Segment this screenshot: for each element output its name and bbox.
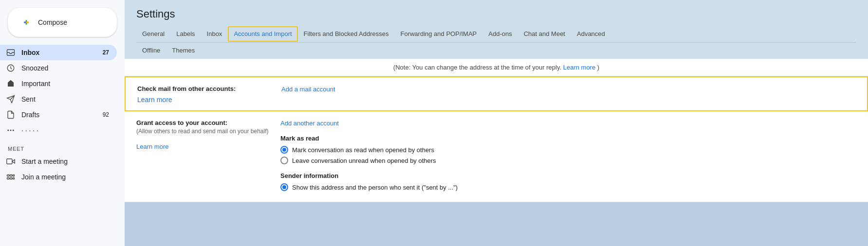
- snoozed-icon: [6, 63, 16, 73]
- svg-rect-10: [7, 159, 12, 164]
- check-mail-label: Check mail from other accounts:: [137, 85, 236, 92]
- compose-button[interactable]: Compose: [8, 8, 117, 37]
- compose-plus-icon: [19, 16, 33, 29]
- settings-tabs-row1: General Labels Inbox Accounts and Import…: [136, 26, 856, 43]
- tab-labels[interactable]: Labels: [170, 26, 201, 43]
- mark-as-read-title: Mark as read: [280, 135, 856, 142]
- note-row: (Note: You can change the address at the…: [125, 59, 868, 76]
- svg-rect-11: [7, 175, 10, 176]
- tab-forwarding[interactable]: Forwarding and POP/IMAP: [394, 26, 482, 43]
- sidebar-item-inbox-label: Inbox: [21, 49, 97, 56]
- sidebar-item-more-label: · · · · ·: [21, 126, 109, 134]
- settings-title: Settings: [136, 8, 856, 20]
- note-end: ): [597, 64, 599, 71]
- sidebar-item-important[interactable]: Important: [0, 76, 117, 91]
- sidebar-item-drafts-count: 92: [103, 111, 109, 118]
- sidebar-item-inbox[interactable]: Inbox 27: [0, 45, 117, 60]
- sidebar-item-drafts-label: Drafts: [21, 111, 97, 119]
- note-learn-more-link[interactable]: Learn more: [563, 64, 595, 71]
- tab-chat[interactable]: Chat and Meet: [518, 26, 571, 43]
- radio-leave-unread-option[interactable]: Leave conversation unread when opened by…: [280, 157, 856, 164]
- svg-point-7: [10, 130, 12, 131]
- svg-rect-12: [7, 178, 10, 179]
- check-mail-learn-link[interactable]: Learn more: [137, 96, 172, 104]
- note-text: (Note: You can change the address at the…: [393, 64, 561, 71]
- sidebar-item-join-meeting[interactable]: Join a meeting: [0, 169, 117, 185]
- check-mail-inner: Check mail from other accounts: Add a ma…: [126, 77, 867, 95]
- tab-inbox[interactable]: Inbox: [201, 26, 228, 43]
- svg-point-6: [7, 130, 9, 131]
- add-mail-account-link[interactable]: Add a mail account: [281, 86, 335, 93]
- grant-access-learn-link[interactable]: Learn more: [136, 143, 168, 150]
- sidebar-item-start-meeting[interactable]: Start a meeting: [0, 154, 117, 169]
- tab-addons[interactable]: Add-ons: [482, 26, 517, 43]
- sidebar-item-sent[interactable]: Sent: [0, 91, 117, 107]
- add-another-account-link[interactable]: Add another account: [280, 120, 339, 127]
- radio-sender-show-label: Show this address and the person who sen…: [292, 184, 458, 191]
- drafts-icon: [6, 110, 16, 120]
- sidebar-item-start-meeting-label: Start a meeting: [21, 158, 109, 165]
- sidebar-item-more[interactable]: · · · · ·: [0, 123, 117, 138]
- radio-mark-read-circle[interactable]: [280, 146, 288, 154]
- svg-rect-15: [13, 175, 15, 176]
- sent-icon: [6, 94, 16, 104]
- start-meeting-icon: [6, 157, 16, 166]
- svg-rect-13: [10, 175, 13, 176]
- grant-access-row: Grant access to your account: (Allow oth…: [125, 111, 868, 202]
- radio-sender-show-option[interactable]: Show this address and the person who sen…: [280, 183, 856, 191]
- radio-sender-show-circle[interactable]: [280, 183, 288, 191]
- meet-section-label: Meet: [0, 142, 125, 154]
- main-content: Settings General Labels Inbox Accounts a…: [125, 0, 868, 246]
- grant-access-sub: (Allow others to read and send mail on y…: [136, 127, 273, 136]
- sidebar-item-snoozed-label: Snoozed: [21, 64, 109, 72]
- radio-leave-unread-label: Leave conversation unread when opened by…: [292, 157, 436, 164]
- sidebar-item-important-label: Important: [21, 80, 109, 88]
- sender-info-title: Sender information: [280, 172, 856, 179]
- more-icon: [6, 125, 16, 135]
- settings-header: Settings General Labels Inbox Accounts a…: [125, 0, 868, 59]
- compose-label: Compose: [38, 18, 67, 26]
- radio-leave-unread-circle[interactable]: [280, 157, 288, 164]
- check-mail-label-col: Check mail from other accounts:: [137, 85, 274, 92]
- inbox-icon: [6, 48, 16, 57]
- svg-marker-9: [12, 159, 15, 163]
- tab-accounts[interactable]: Accounts and Import: [228, 26, 297, 42]
- sidebar-item-sent-label: Sent: [21, 95, 109, 103]
- svg-rect-16: [13, 178, 15, 179]
- sidebar-item-drafts[interactable]: Drafts 92: [0, 107, 117, 123]
- important-icon: [6, 79, 16, 88]
- grant-access-label-col: Grant access to your account: (Allow oth…: [136, 119, 273, 150]
- settings-content: (Note: You can change the address at the…: [125, 59, 868, 202]
- tab-offline[interactable]: Offline: [136, 43, 166, 59]
- sidebar-item-inbox-count: 27: [103, 49, 109, 56]
- svg-point-8: [13, 130, 14, 131]
- check-mail-learn-row: Learn more: [126, 95, 867, 110]
- grant-access-content: Add another account Mark as read Mark co…: [280, 119, 856, 194]
- svg-rect-14: [10, 178, 13, 179]
- check-mail-content: Add a mail account: [281, 85, 855, 93]
- sidebar-item-snoozed[interactable]: Snoozed: [0, 60, 117, 76]
- settings-tabs-row2: Offline Themes: [136, 43, 856, 59]
- join-meeting-icon: [6, 172, 16, 182]
- sidebar: Compose Inbox 27 Snoozed Important: [0, 0, 125, 246]
- tab-general[interactable]: General: [136, 26, 170, 43]
- radio-mark-read-label: Mark conversation as read when opened by…: [292, 146, 434, 154]
- tab-filters[interactable]: Filters and Blocked Addresses: [298, 26, 395, 43]
- tab-themes[interactable]: Themes: [166, 43, 201, 59]
- grant-access-label: Grant access to your account:: [136, 119, 227, 126]
- sidebar-item-join-meeting-label: Join a meeting: [21, 173, 109, 181]
- check-mail-row: Check mail from other accounts: Add a ma…: [125, 76, 868, 111]
- radio-mark-read-option[interactable]: Mark conversation as read when opened by…: [280, 146, 856, 154]
- tab-advanced[interactable]: Advanced: [571, 26, 611, 43]
